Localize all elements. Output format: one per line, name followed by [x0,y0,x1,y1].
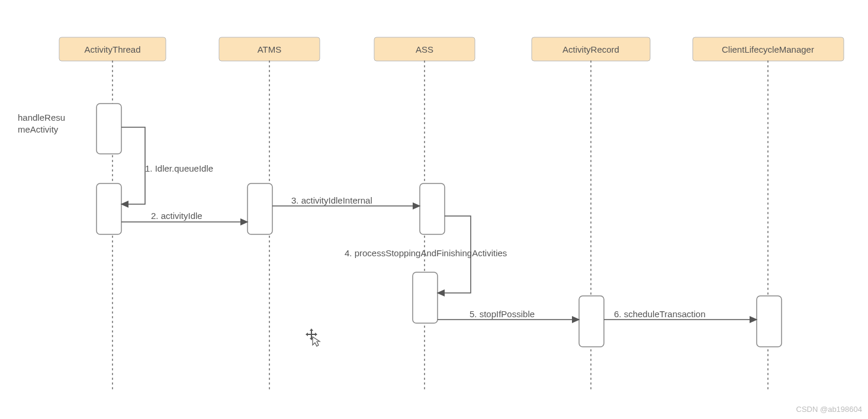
participant-label: ASS [416,44,433,54]
message-label: 4. processStoppingAndFinishingActivities [345,248,507,258]
activation-box [97,104,121,154]
move-cursor-icon [306,328,320,346]
message-label: 6. scheduleTransaction [614,309,706,319]
watermark: CSDN @ab198604 [796,405,862,414]
activation-box [420,183,445,234]
activation-box [413,272,438,323]
message-stopifpossible: 5. stopIfPossible [438,309,579,320]
message-label: 3. activityIdleInternal [291,195,372,205]
participant-label: ATMS [258,44,282,54]
message-label: 5. stopIfPossible [470,309,535,319]
message-label: 1. Idler.queueIdle [145,163,213,173]
activation-box [97,183,121,234]
participant-label: ClientLifecycleManager [722,44,814,54]
sequence-diagram: ActivityThread ATMS ASS ActivityRecord C… [0,0,868,419]
activation-box [757,296,782,347]
participant-label: ActivityThread [84,44,140,54]
side-label: handleResu meActivity [18,112,67,134]
message-activityidleinternal: 3. activityIdleInternal [272,195,420,206]
message-activityidle: 2. activityIdle [121,211,247,222]
message-idler-queueidle: 1. Idler.queueIdle [121,127,213,204]
activation-box [579,296,604,347]
activation-box [247,183,272,234]
participant-label: ActivityRecord [562,44,619,54]
message-label: 2. activityIdle [151,211,202,221]
message-scheduletransaction: 6. scheduleTransaction [604,309,757,320]
